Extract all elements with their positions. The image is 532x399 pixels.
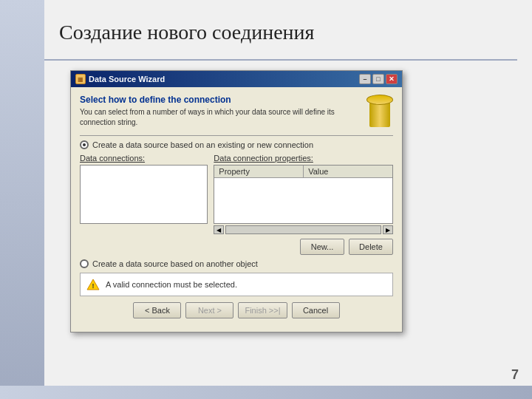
dialog-header-title: Select how to define the connection <box>80 95 366 105</box>
restore-button[interactable]: □ <box>372 74 384 84</box>
cancel-button[interactable]: Cancel <box>292 302 340 318</box>
radio-input-1[interactable] <box>80 140 89 149</box>
new-delete-buttons: New... Delete <box>80 239 393 255</box>
radio-label-2: Create a data source based on another ob… <box>92 259 258 268</box>
data-connections-label: Data connections: <box>80 154 208 163</box>
scrollbar-track[interactable] <box>225 225 381 234</box>
data-connections-listbox[interactable] <box>80 165 208 224</box>
dialog-header-text: Select how to define the connection You … <box>80 95 366 128</box>
db-icon-top <box>366 95 393 105</box>
radio-input-2[interactable] <box>80 259 89 268</box>
radio-option-1[interactable]: Create a data source based on an existin… <box>80 140 393 149</box>
dialog-app-icon: ▦ <box>75 74 86 84</box>
radio-option-2[interactable]: Create a data source based on another ob… <box>80 259 393 268</box>
slide-title: Создание нового соединения <box>59 21 314 44</box>
titlebar-buttons: – □ ✕ <box>359 74 398 84</box>
bottom-accent-bar <box>0 386 532 399</box>
app-icon-symbol: ▦ <box>78 76 83 83</box>
radio-label-1: Create a data source based on an existin… <box>92 140 313 149</box>
delete-button[interactable]: Delete <box>349 239 393 255</box>
svg-text:!: ! <box>92 282 95 290</box>
warning-text: A valid connection must be selected. <box>106 280 237 289</box>
data-connections-col: Data connections: <box>80 154 208 234</box>
slide: 7 Создание нового соединения ▦ Data Sour… <box>0 0 532 399</box>
two-column-area: Data connections: Data connection proper… <box>80 154 393 234</box>
database-icon <box>366 95 393 127</box>
page-number: 7 <box>511 367 519 383</box>
scrollbar-area: ◀ ▶ <box>214 225 393 234</box>
finish-button[interactable]: Finish >>| <box>238 302 287 318</box>
dialog-titlebar: ▦ Data Source Wizard – □ ✕ <box>71 71 402 87</box>
property-col-header: Property <box>214 166 304 177</box>
nav-buttons: < Back Next > Finish >>| Cancel <box>80 302 393 324</box>
left-accent-bar <box>0 0 44 399</box>
titlebar-left: ▦ Data Source Wizard <box>75 74 165 84</box>
header-divider <box>80 135 393 136</box>
scroll-left-arrow[interactable]: ◀ <box>214 225 224 234</box>
back-button[interactable]: < Back <box>133 302 181 318</box>
dialog-header-desc: You can select from a number of ways in … <box>80 107 366 128</box>
data-connection-props-label: Data connection properties: <box>214 154 393 163</box>
scroll-right-arrow[interactable]: ▶ <box>383 225 393 234</box>
close-button[interactable]: ✕ <box>386 74 398 84</box>
dialog-content: Select how to define the connection You … <box>71 87 402 332</box>
warning-icon: ! <box>86 278 100 291</box>
new-button[interactable]: New... <box>300 239 344 255</box>
value-col-header: Value <box>304 166 392 177</box>
property-table: Property Value <box>214 165 393 224</box>
dialog-window: ▦ Data Source Wizard – □ ✕ Select how to… <box>70 70 403 332</box>
dialog-title: Data Source Wizard <box>89 75 165 83</box>
title-rule <box>44 59 517 61</box>
dialog-header: Select how to define the connection You … <box>80 95 393 128</box>
db-icon-body <box>369 102 390 127</box>
minimize-button[interactable]: – <box>359 74 371 84</box>
warning-box: ! A valid connection must be selected. <box>80 273 393 296</box>
next-button[interactable]: Next > <box>185 302 233 318</box>
prop-table-header: Property Value <box>214 166 392 178</box>
data-connection-props-col: Data connection properties: Property Val… <box>214 154 393 234</box>
